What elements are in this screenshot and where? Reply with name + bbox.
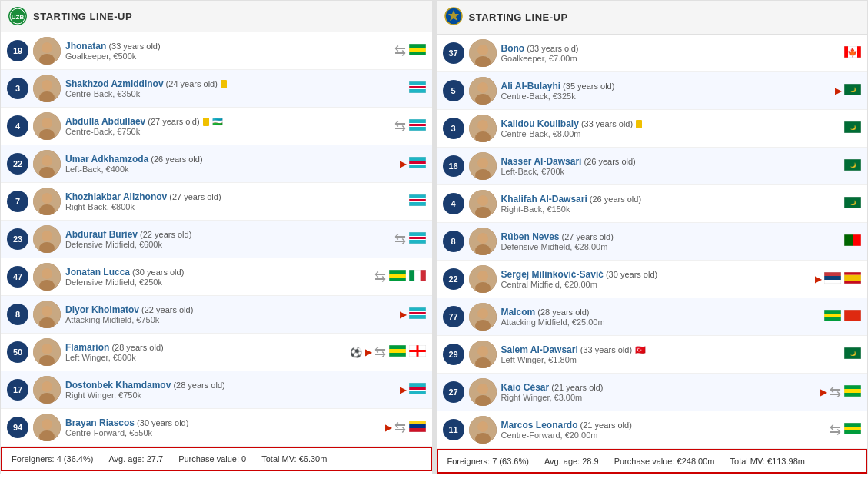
jersey-number: 22 <box>443 268 464 290</box>
team2-section: STARTING LINE-UP 37Bono (33 years old)Go… <box>436 0 869 474</box>
flag-icon <box>409 345 426 359</box>
jersey-number: 3 <box>443 118 464 139</box>
player-name[interactable]: Bono <box>501 43 525 54</box>
player-position: Defensive Midfield, €250k <box>65 278 370 287</box>
player-name[interactable]: Flamarion <box>65 342 109 353</box>
team2-stats: Foreigners: 7 (63.6%) Avg. age: 28.9 Pur… <box>437 449 868 474</box>
flag-icon <box>389 270 406 284</box>
player-name[interactable]: Salem Al-Dawsari <box>501 344 578 355</box>
svg-rect-23 <box>409 124 426 126</box>
player-name[interactable]: Shakhzod Azmiddinov <box>65 78 164 89</box>
team1-avg-age: Avg. age: 27.7 <box>108 454 163 464</box>
svg-text:🌙: 🌙 <box>850 87 856 93</box>
player-avatar <box>33 263 61 291</box>
player-icons: ⇆ <box>830 421 861 438</box>
player-icons <box>409 81 426 95</box>
flag-icon <box>409 232 426 246</box>
jersey-number: 7 <box>7 191 28 212</box>
jersey-number: 8 <box>443 231 464 252</box>
flag-icon: 🌙 <box>844 84 861 98</box>
svg-rect-157 <box>824 317 841 321</box>
player-name[interactable]: Malcom <box>501 307 536 317</box>
flag-icon: 🍁 <box>844 46 861 60</box>
player-name[interactable]: Rúben Neves <box>501 231 560 242</box>
jersey-number: 4 <box>7 115 28 137</box>
player-name[interactable]: Khalifah Al-Dawsari <box>501 194 587 204</box>
svg-rect-32 <box>409 161 426 164</box>
player-row: 77Malcom (28 years old)Attacking Midfiel… <box>437 298 868 336</box>
player-name[interactable]: Jhonatan <box>65 41 106 52</box>
svg-point-19 <box>42 118 52 128</box>
svg-rect-145 <box>824 276 841 280</box>
player-icons <box>824 310 861 324</box>
player-name[interactable]: Diyor Kholmatov <box>65 304 139 315</box>
player-position: Centre-Forward, €550k <box>65 428 381 437</box>
svg-point-95 <box>42 419 52 430</box>
svg-rect-21 <box>409 119 426 123</box>
svg-point-3 <box>42 42 52 53</box>
player-position: Defensive Midfield, €600k <box>65 240 390 249</box>
player-row: 29Salem Al-Dawsari (33 years old)🇹🇷Left … <box>437 336 868 374</box>
player-age: (33 years old) <box>524 44 578 53</box>
svg-rect-43 <box>409 202 426 206</box>
player-icons: ▶⇆ <box>820 384 861 401</box>
player-avatar <box>33 188 61 215</box>
svg-rect-57 <box>389 270 406 274</box>
svg-rect-159 <box>844 310 861 321</box>
player-icons: ▶ <box>815 272 861 286</box>
yellow-card-icon <box>203 118 209 126</box>
svg-point-37 <box>42 193 52 204</box>
jersey-number: 37 <box>443 42 464 64</box>
player-avatar <box>469 152 497 180</box>
player-name[interactable]: Dostonbek Khamdamov <box>65 380 171 391</box>
svg-point-175 <box>477 421 488 432</box>
svg-rect-148 <box>844 272 861 275</box>
player-position: Right-Back, €800k <box>65 202 404 211</box>
player-name[interactable]: Nasser Al-Dawsari <box>501 156 582 167</box>
team1-foreigners: Foreigners: 4 (36.4%) <box>12 454 93 464</box>
player-name[interactable]: Abdulla Abdullaev <box>65 116 145 127</box>
player-info: Umar Adkhamzoda (26 years old)Left-Back,… <box>65 154 395 174</box>
player-name[interactable]: Kaio César <box>501 382 550 393</box>
player-age: (35 years old) <box>560 81 614 91</box>
svg-rect-5 <box>409 44 426 48</box>
svg-point-55 <box>42 268 52 279</box>
team2-header: STARTING LINE-UP <box>437 1 868 35</box>
flag-icon: 🌙 <box>844 159 861 173</box>
svg-rect-25 <box>409 127 426 131</box>
player-row: 22Sergej Milinković-Savić (30 years old)… <box>437 261 868 298</box>
player-name[interactable]: Jonatan Lucca <box>65 267 130 278</box>
team2-total-mv: Total MV: €113.98m <box>730 457 805 466</box>
player-name[interactable]: Kalidou Koulibaly <box>501 118 579 129</box>
player-name[interactable]: Sergej Milinković-Savić <box>501 269 604 280</box>
player-position: Attacking Midfield, €25.00m <box>501 317 820 327</box>
jersey-number: 94 <box>7 417 28 438</box>
team2-logo <box>444 7 463 28</box>
player-name[interactable]: Marcos Leonardo <box>501 420 578 430</box>
flag-icon <box>409 119 426 133</box>
player-row: 3Shakhzod Azmiddinov (24 years old)Centr… <box>1 70 432 108</box>
svg-rect-51 <box>409 239 426 240</box>
player-info: Abdurauf Buriev (22 years old)Defensive … <box>65 229 390 249</box>
player-name[interactable]: Brayan Riascos <box>65 417 135 428</box>
player-icons: ▶ <box>400 307 426 321</box>
player-info: Sergej Milinković-Savić (30 years old)Ce… <box>501 269 811 289</box>
player-position: Right-Back, €150k <box>501 204 840 214</box>
substitution-icon: ⇆ <box>394 42 406 59</box>
player-info: Flamarion (28 years old)Left Winger, €60… <box>65 342 345 362</box>
player-name[interactable]: Umar Adkhamzoda <box>65 154 148 165</box>
player-info: Nasser Al-Dawsari (26 years old)Left-Bac… <box>501 156 840 176</box>
player-icons: ▶⇆ <box>385 419 426 436</box>
svg-rect-12 <box>409 81 426 85</box>
player-position: Centre-Back, €325k <box>501 91 831 101</box>
jersey-number: 8 <box>7 304 28 325</box>
player-row: 11Marcos Leonardo (21 years old)Centre-F… <box>437 411 868 449</box>
player-name[interactable]: Abdurauf Buriev <box>65 229 138 240</box>
player-position: Centre-Forward, €20.00m <box>501 430 826 440</box>
player-name[interactable]: Ali Al-Bulayhi <box>501 81 561 91</box>
svg-rect-72 <box>409 315 426 319</box>
player-name[interactable]: Khozhiakbar Alizhonov <box>65 191 167 202</box>
svg-rect-89 <box>409 387 426 387</box>
player-icons: 🍁 <box>844 46 861 60</box>
svg-point-104 <box>477 45 488 55</box>
